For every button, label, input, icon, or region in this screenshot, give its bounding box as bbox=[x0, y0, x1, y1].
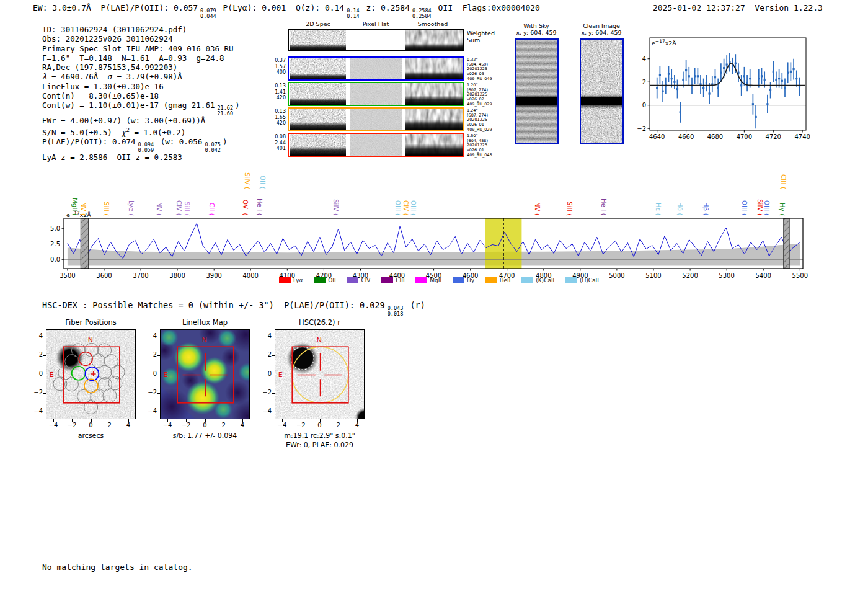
svg-text:3900: 3900 bbox=[206, 272, 221, 279]
twod-cell bbox=[290, 134, 346, 156]
line-label: NV ( bbox=[156, 202, 162, 216]
twod-row bbox=[288, 29, 464, 51]
info-line: Obs: 20201225v026_3011062924 bbox=[42, 34, 240, 43]
legend-label: OII bbox=[328, 277, 335, 283]
north-label: N bbox=[317, 336, 322, 344]
lineflux-xlabel: s/b: 1.77 +/- 0.094 bbox=[148, 432, 262, 440]
twod-cell bbox=[405, 83, 463, 105]
y-tick-label: 2 bbox=[29, 351, 43, 358]
svg-text:2: 2 bbox=[642, 79, 646, 86]
svg-text:0.0: 0.0 bbox=[50, 256, 60, 263]
x-tick-label: 4 bbox=[235, 422, 250, 429]
line-label: OVI ( bbox=[242, 200, 249, 216]
hsc-image-plot: NE bbox=[275, 330, 364, 419]
twod-row-left-labels: 0.371.57400 bbox=[271, 58, 286, 76]
line-label: SiII ( bbox=[103, 202, 110, 216]
svg-text:3500: 3500 bbox=[60, 272, 75, 279]
legend-item: (K)CaII bbox=[521, 277, 554, 283]
svg-text:4640: 4640 bbox=[649, 133, 665, 140]
twod-cutout-title: Clean Imagex, y: 604, 459 bbox=[558, 22, 645, 36]
svg-text:5200: 5200 bbox=[682, 272, 698, 279]
info-line: LyA z = 2.8586 OII z = 0.2583 bbox=[42, 153, 240, 162]
stacked-uncertainty: 0.140.14 bbox=[347, 8, 359, 19]
legend-swatch bbox=[415, 277, 427, 283]
east-label: E bbox=[50, 371, 54, 379]
legend-swatch bbox=[565, 277, 577, 283]
svg-text:3700: 3700 bbox=[133, 272, 148, 279]
svg-text:5000: 5000 bbox=[609, 272, 624, 279]
stacked-uncertainty: 0.0430.018 bbox=[388, 306, 404, 316]
x-tick-label: 0 bbox=[84, 422, 99, 429]
x-tick-label: 4 bbox=[121, 422, 136, 429]
twod-cell bbox=[290, 109, 346, 130]
info-line: ID: 3011062924 (3011062924.pdf) bbox=[42, 25, 240, 34]
legend-item: Lyα bbox=[279, 277, 303, 283]
info-line: LineFlux = 1.30(±0.30)e-16 bbox=[42, 82, 240, 91]
y-tick-label: 0 bbox=[29, 370, 43, 377]
line-label: SiIV ( bbox=[244, 172, 250, 189]
lineflux-panel-title: Lineflux Map bbox=[141, 318, 268, 327]
twod-row-right-labels: 1.24"(607, 274)20201225v026_01409_RU_029 bbox=[467, 109, 507, 133]
object-trace-band bbox=[516, 97, 557, 105]
stacked-uncertainty: 21.6221.60 bbox=[217, 105, 233, 116]
info-line: Primary Spec_Slot_IFU_AMP: 409_016_036_R… bbox=[42, 44, 240, 53]
legend-swatch bbox=[521, 277, 533, 283]
fiber-panel-title: Fiber Positions bbox=[27, 318, 154, 327]
fiber-xlabel: arcsecs bbox=[46, 432, 136, 440]
inset-line-fit-chart: 464046604680470047204740−2024e−17x2Å bbox=[632, 30, 820, 146]
legend-label: Hγ bbox=[467, 277, 474, 283]
svg-text:5100: 5100 bbox=[645, 272, 661, 279]
fiber-positions-plot: NE bbox=[46, 330, 135, 419]
fiber-circle bbox=[103, 389, 117, 402]
detection-highlight-band bbox=[485, 218, 521, 269]
masked-band bbox=[784, 218, 790, 269]
line-label: Hδ ( bbox=[676, 202, 683, 216]
legend-swatch bbox=[347, 277, 358, 283]
legend-swatch bbox=[279, 277, 291, 283]
svg-text:3600: 3600 bbox=[96, 272, 112, 279]
line-label: OIII ( bbox=[763, 200, 770, 216]
masked-band bbox=[81, 218, 88, 269]
legend-item: Hγ bbox=[453, 277, 474, 283]
line-label: CII ( bbox=[208, 203, 215, 216]
svg-text:2.5: 2.5 bbox=[50, 241, 60, 247]
hsc-panel-title: HSC(26.2) r bbox=[256, 318, 383, 327]
legend-swatch bbox=[485, 277, 497, 283]
twod-cell bbox=[405, 109, 463, 130]
twod-cell bbox=[350, 58, 402, 79]
catalog-footer-note: No matching targets in catalog. Row inte… bbox=[42, 543, 193, 591]
y-tick-label: 0 bbox=[143, 370, 157, 377]
twod-row-left-labels: 0.082.44401 bbox=[271, 134, 286, 152]
x-tick-label: 0 bbox=[312, 422, 327, 429]
x-tick-label: −4 bbox=[46, 422, 61, 429]
line-label: SiIV ( bbox=[756, 199, 763, 216]
fiber-positions-panel: NE bbox=[46, 329, 136, 419]
twod-row-left-labels: 0.131.65420 bbox=[271, 109, 286, 127]
stacked-uncertainty: 0.25840.2584 bbox=[412, 8, 432, 19]
footer-line-1: No matching targets in catalog. bbox=[42, 562, 193, 572]
twod-col-header: 2D Spec bbox=[290, 20, 346, 27]
elixer-report-page: EW: 3.0±0.7Å P(LAE)/P(OII): 0.0570.0790.… bbox=[0, 0, 868, 591]
twod-cell bbox=[350, 134, 402, 156]
svg-text:5300: 5300 bbox=[719, 272, 734, 279]
twod-cell bbox=[405, 134, 463, 156]
line-label: Hβ ( bbox=[702, 202, 709, 216]
lineflux-map-plot: NE bbox=[161, 330, 249, 419]
twod-row bbox=[288, 107, 464, 131]
hsc-dex-match-line: HSC-DEX : Possible Matches = 0 (within +… bbox=[42, 300, 425, 316]
line-label: NV ( bbox=[534, 202, 541, 216]
info-line: Cont(w) = 1.10(±0.01)e-17 (gmag 21.6121.… bbox=[42, 100, 240, 116]
hsc-ew-plae-stats: EWr: 0, PLAE: 0.029 bbox=[259, 441, 380, 449]
y-tick-label: −4 bbox=[29, 407, 43, 414]
svg-text:4720: 4720 bbox=[766, 133, 781, 140]
north-label: N bbox=[88, 336, 93, 344]
stacked-uncertainty: 0.0940.059 bbox=[138, 142, 154, 153]
mid-flux-patch bbox=[218, 330, 236, 348]
twod-row-right-labels: 1.50"(604, 458)20201225v026_01409_RU_048 bbox=[467, 134, 507, 158]
twod-col-header: Smoothed bbox=[405, 20, 461, 27]
twod-cell bbox=[290, 58, 346, 79]
twod-row bbox=[288, 133, 464, 157]
y-tick-label: −4 bbox=[258, 407, 272, 414]
fiber-circle bbox=[98, 344, 112, 357]
line-label: OIII ( bbox=[410, 200, 417, 216]
